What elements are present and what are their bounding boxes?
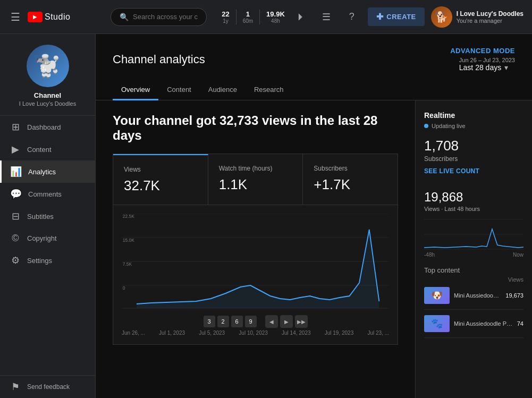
sidebar-item-comments[interactable]: 💬 Comments <box>0 183 95 205</box>
channel-section: 🐩 Channel I Love Lucy's Doodles <box>0 34 95 116</box>
dashboard-label: Dashboard <box>27 123 61 131</box>
chart-x-labels: Jun 26, ... Jul 1, 2023 Jul 5, 2023 Jul … <box>122 328 389 336</box>
x-label-3: Jul 10, 2023 <box>239 330 268 336</box>
analytics-icon: 📊 <box>10 166 22 177</box>
create-label: CREATE <box>386 13 416 21</box>
content-thumbnail-1: 🐶 <box>424 287 450 304</box>
tab-audience[interactable]: Audience <box>200 80 246 100</box>
see-live-count-button[interactable]: SEE LIVE COUNT <box>424 167 479 175</box>
settings-icon: ⚙ <box>10 255 21 266</box>
sidebar-item-dashboard[interactable]: ⊞ Dashboard <box>0 116 95 138</box>
channel-subtitle: I Love Lucy's Doodles <box>19 100 76 107</box>
svg-text:22.5K: 22.5K <box>123 214 134 219</box>
analytics-header: Channel analytics ADVANCED MODE Jun 26 –… <box>96 34 532 72</box>
subs-metric-value: +1.7K <box>314 176 387 193</box>
subscribers-realtime-label: Subscribers <box>424 155 523 163</box>
sidebar-nav: ⊞ Dashboard ▶ Content 📊 Analytics 💬 Comm… <box>0 116 95 272</box>
content-icon: ▶ <box>10 143 21 155</box>
sidebar-item-settings[interactable]: ⚙ Settings <box>0 249 95 272</box>
tab-overview[interactable]: Overview <box>113 80 158 100</box>
content-views-2: 74 <box>517 320 523 327</box>
realtime-chart <box>424 218 523 250</box>
feedback-icon: ⚑ <box>10 381 21 393</box>
topbar-stats: 22 1y 1 60m 19.9K 48h ⏵ ☰ <box>222 7 336 27</box>
list-item[interactable]: 🐶 Mini Aussiedoodle Pu... 19,673 <box>424 287 523 310</box>
x-label-2: Jul 5, 2023 <box>199 330 225 336</box>
chevron-down-icon: ▾ <box>504 63 508 72</box>
subscribers-realtime-count: 1,708 <box>424 138 523 154</box>
content-area: Channel analytics ADVANCED MODE Jun 26 –… <box>96 34 532 398</box>
content-info-2: Mini Aussiedoodle Puppie... <box>454 320 513 327</box>
x-label-0: Jun 26, ... <box>122 330 145 336</box>
sidebar-item-copyright[interactable]: © Copyright <box>0 227 95 249</box>
topbar: ☰ Studio 🔍 22 1y 1 60m 19.9K 48h ⏵ ☰ ? ✚ <box>0 0 532 34</box>
search-bar[interactable]: 🔍 <box>111 8 207 26</box>
sidebar-item-analytics[interactable]: 📊 Analytics <box>0 160 95 183</box>
svg-marker-9 <box>137 230 379 308</box>
sidebar-item-feedback[interactable]: ⚑ Send feedback <box>0 376 95 398</box>
date-range-text: Last 28 days <box>459 63 501 72</box>
analytics-label: Analytics <box>28 168 56 176</box>
chart-play-btn[interactable]: ▶ <box>280 315 293 328</box>
date-range-value[interactable]: Last 28 days ▾ <box>459 63 515 72</box>
content-thumbnail-2: 🐾 <box>424 315 450 332</box>
main-analytics: Your channel got 32,733 views in the las… <box>96 100 415 398</box>
tab-content[interactable]: Content <box>158 80 200 100</box>
channel-avatar: 🐩 <box>27 45 69 87</box>
advanced-mode-button[interactable]: ADVANCED MODE <box>450 47 515 55</box>
subs-count: 1 <box>246 10 250 18</box>
help-btn[interactable]: ? <box>342 7 361 27</box>
feedback-label: Send feedback <box>27 383 70 391</box>
chart-period-6[interactable]: 6 <box>231 316 243 327</box>
watch-metric-label: Watch time (hours) <box>219 165 292 172</box>
profile-info: I Love Lucy's Doodles You're a manager <box>457 10 523 24</box>
videos-label: 1y <box>223 18 229 24</box>
svg-text:15.0K: 15.0K <box>123 238 134 243</box>
x-label-6: Jul 23, ... <box>367 330 389 336</box>
comments-label: Comments <box>28 190 62 198</box>
content-views-1: 19,673 <box>505 292 523 299</box>
subtitles-label: Subtitles <box>27 213 54 221</box>
metric-subscribers[interactable]: Subscribers +1.7K <box>303 154 398 205</box>
metric-watch-time[interactable]: Watch time (hours) 1.1K <box>208 154 303 205</box>
more-options-btn[interactable]: ☰ <box>317 7 336 27</box>
time-label-start: -48h <box>424 252 435 258</box>
studio-text: Studio <box>45 12 70 22</box>
hamburger-menu[interactable]: ☰ <box>9 9 22 26</box>
topbar-left: ☰ Studio <box>9 9 104 26</box>
main-layout: 🐩 Channel I Love Lucy's Doodles ⊞ Dashbo… <box>0 34 532 398</box>
metric-views[interactable]: Views 32.7K <box>113 154 208 205</box>
time-labels: -48h Now <box>424 252 523 258</box>
analytics-tabs: Overview Content Audience Research <box>96 80 532 100</box>
tab-research[interactable]: Research <box>246 80 292 100</box>
content-label: Content <box>27 146 52 154</box>
chart-prev-btn[interactable]: ◀ <box>265 315 278 328</box>
copyright-icon: © <box>10 233 21 244</box>
search-input[interactable] <box>133 13 198 21</box>
video-controls-btn[interactable]: ⏵ <box>291 7 310 27</box>
views-realtime-count: 19,868 <box>424 190 523 205</box>
create-button[interactable]: ✚ CREATE <box>368 7 425 26</box>
x-label-1: Jul 1, 2023 <box>159 330 185 336</box>
views-label: 48h <box>271 18 280 24</box>
chart-next-btn[interactable]: ▶▶ <box>295 315 308 328</box>
channel-name: Channel <box>34 91 61 99</box>
svg-text:7.5K: 7.5K <box>123 261 132 267</box>
views-realtime-label: Views · Last 48 hours <box>424 206 523 212</box>
date-range-label: Jun 26 – Jul 23, 2023 <box>459 57 515 63</box>
videos-count: 22 <box>222 10 229 18</box>
list-item[interactable]: 🐾 Mini Aussiedoodle Puppie... 74 <box>424 315 523 338</box>
copyright-label: Copyright <box>27 234 57 242</box>
chart-period-3[interactable]: 3 <box>204 316 215 327</box>
chart-period-2[interactable]: 2 <box>217 316 229 327</box>
views-realtime-section: 19,868 Views · Last 48 hours <box>424 190 523 212</box>
sidebar-item-subtitles[interactable]: ⊟ Subtitles <box>0 205 95 227</box>
subs-metric-label: Subscribers <box>314 165 387 172</box>
sidebar-item-content[interactable]: ▶ Content <box>0 138 95 160</box>
headline: Your channel got 32,733 views in the las… <box>113 113 398 143</box>
chart-period-9[interactable]: 9 <box>245 316 257 327</box>
stat-divider-1 <box>236 10 237 24</box>
profile-section[interactable]: 🐕 I Love Lucy's Doodles You're a manager <box>431 6 523 28</box>
chart-container: 22.5K 15.0K 7.5K 0 3 2 6 9 <box>113 205 398 345</box>
comments-icon: 💬 <box>10 188 22 200</box>
